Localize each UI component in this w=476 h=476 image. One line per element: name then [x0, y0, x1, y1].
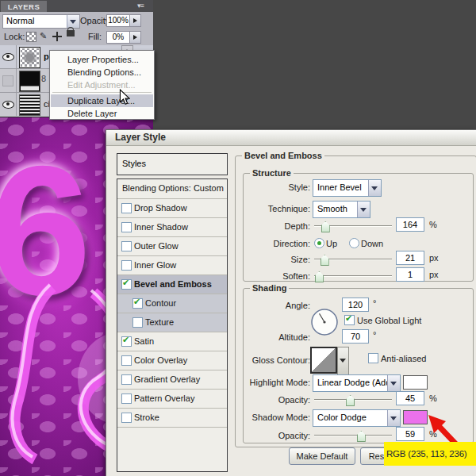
highlight-mode-select[interactable]: Linear Dodge (Add) — [313, 374, 401, 392]
technique-select[interactable]: Smooth — [313, 201, 370, 218]
altitude-value-input[interactable] — [342, 329, 369, 344]
blend-mode-value: Normal — [6, 16, 34, 25]
list-item-texture[interactable]: Texture — [117, 313, 227, 332]
dialog-title: Layer Style — [115, 132, 166, 143]
checkbox[interactable] — [121, 203, 132, 213]
angle-value-input[interactable] — [342, 298, 369, 312]
lock-move-icon[interactable] — [52, 32, 62, 41]
visibility-cell[interactable] — [0, 93, 17, 116]
slider-thumb[interactable] — [357, 431, 366, 442]
lock-transparency-icon[interactable] — [26, 32, 36, 42]
rgb-annotation-text: RGB (235, 113, 236) — [384, 449, 466, 459]
highlight-opacity-input[interactable] — [396, 391, 424, 405]
shadow-mode-value: Color Dodge — [317, 413, 367, 422]
adjustment-thumbnail[interactable] — [19, 71, 40, 92]
soften-value-input[interactable] — [396, 267, 424, 282]
size-value-input[interactable] — [396, 251, 424, 265]
depth-value-input[interactable] — [396, 217, 424, 232]
checkbox[interactable] — [121, 222, 132, 232]
angle-label: Angle: — [199, 301, 310, 310]
fill-spinner[interactable] — [129, 31, 141, 44]
checkbox[interactable] — [121, 393, 132, 404]
checkbox-checked[interactable] — [132, 298, 143, 309]
slider-track — [314, 435, 392, 436]
fill-value-box[interactable]: 0% — [106, 31, 130, 44]
checkbox[interactable] — [121, 241, 132, 251]
mouse-cursor-icon — [119, 89, 130, 106]
menu-item-layer-properties[interactable]: Layer Properties... — [51, 53, 153, 66]
technique-value: Smooth — [317, 204, 347, 213]
slider-thumb[interactable] — [315, 271, 324, 282]
lock-paint-icon[interactable] — [40, 32, 49, 41]
chevron-down-icon[interactable] — [368, 180, 381, 196]
lock-all-icon[interactable] — [67, 30, 75, 36]
direction-down-radio[interactable] — [349, 238, 359, 248]
chevron-down-icon[interactable] — [67, 15, 79, 28]
shadow-mode-select[interactable]: Color Dodge — [313, 409, 401, 427]
size-label: Size: — [199, 255, 310, 264]
direction-label: Direction: — [199, 239, 310, 248]
shadow-opacity-slider[interactable] — [314, 430, 392, 441]
menu-item-delete-layer[interactable]: Delete Layer — [51, 107, 153, 120]
style-select[interactable]: Inner Bevel — [313, 179, 382, 197]
opacity-value-box[interactable]: 100% — [106, 14, 130, 27]
layer-thumbnail[interactable] — [19, 47, 40, 68]
checkbox[interactable] — [121, 355, 132, 366]
screenshot-root: 6 LAYERS Normal Opacity: 100% Lock: Fil — [0, 0, 476, 476]
depth-slider[interactable] — [314, 221, 392, 232]
use-global-light-label[interactable]: Use Global Light — [357, 316, 421, 325]
highlight-color-swatch[interactable] — [403, 375, 428, 390]
panel-menu-icon[interactable] — [137, 2, 150, 10]
size-unit: px — [429, 253, 439, 263]
slider-track — [314, 275, 392, 277]
checkbox[interactable] — [132, 317, 143, 328]
highlight-mode-value: Linear Dodge (Add) — [317, 378, 393, 387]
gloss-contour-thumbnail[interactable] — [310, 347, 337, 374]
menu-item-edit-adjustment: Edit Adjustment... — [51, 79, 153, 91]
opacity-spinner[interactable] — [129, 14, 141, 27]
shadow-mode-label: Shadow Mode: — [199, 413, 310, 422]
blend-mode-select[interactable]: Normal — [2, 14, 80, 29]
tab-layers[interactable]: LAYERS — [1, 1, 47, 12]
soften-slider[interactable] — [314, 271, 392, 282]
checkbox[interactable] — [121, 374, 132, 385]
eye-icon[interactable] — [2, 101, 14, 109]
direction-down-label[interactable]: Down — [361, 239, 383, 248]
checkbox-checked[interactable] — [121, 336, 132, 347]
styles-header-box[interactable]: Styles — [117, 153, 228, 175]
shading-legend: Shading — [250, 283, 289, 293]
menu-item-duplicate-layer[interactable]: Duplicate Layer... — [51, 94, 153, 107]
checkbox-checked[interactable] — [121, 279, 132, 290]
use-global-light-checkbox[interactable] — [344, 315, 355, 325]
shadow-opacity-label: Opacity: — [199, 431, 310, 440]
slider-thumb[interactable] — [321, 221, 330, 232]
direction-up-radio[interactable] — [314, 238, 324, 248]
visibility-cell[interactable] — [0, 45, 17, 68]
eye-empty-box[interactable] — [2, 75, 13, 86]
checkbox[interactable] — [121, 260, 132, 271]
anti-aliased-label[interactable]: Anti-aliased — [381, 354, 426, 363]
visibility-cell[interactable] — [0, 69, 17, 92]
shadow-opacity-input[interactable] — [396, 427, 424, 441]
chevron-down-icon[interactable] — [387, 410, 400, 426]
highlight-opacity-slider[interactable] — [314, 394, 392, 405]
altitude-label: Altitude: — [199, 332, 310, 342]
direction-up-label[interactable]: Up — [326, 239, 337, 248]
dialog-title-bar[interactable]: Layer Style — [106, 130, 476, 146]
eye-icon[interactable] — [2, 53, 14, 61]
slider-thumb[interactable] — [346, 395, 355, 406]
menu-item-blending-options[interactable]: Blending Options... — [51, 66, 153, 79]
angle-dial[interactable] — [310, 308, 339, 336]
chevron-down-icon[interactable] — [357, 202, 370, 217]
style-label: Style: — [199, 182, 310, 192]
chevron-down-icon[interactable] — [387, 375, 400, 391]
style-value: Inner Bevel — [317, 182, 362, 192]
make-default-button[interactable]: Make Default — [289, 447, 355, 465]
checkbox[interactable] — [121, 413, 132, 423]
layer-thumbnail[interactable] — [19, 94, 40, 116]
gloss-contour-dropdown-icon[interactable] — [337, 347, 349, 375]
size-slider[interactable] — [314, 254, 392, 265]
anti-aliased-checkbox[interactable] — [368, 353, 378, 363]
layer-context-menu: Layer Properties... Blending Options... … — [49, 50, 155, 120]
slider-thumb[interactable] — [321, 255, 329, 266]
